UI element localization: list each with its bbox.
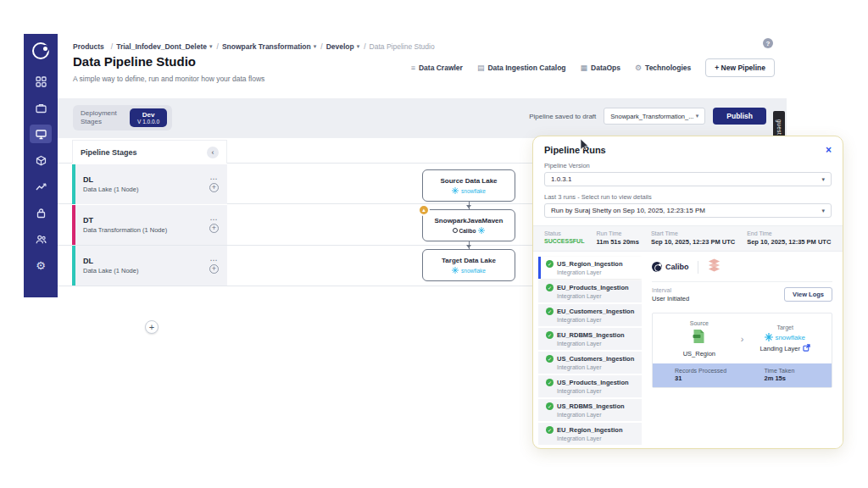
breadcrumb-item[interactable]: Trial_Infodev_Dont_Delete ▾ / <box>116 42 219 51</box>
breadcrumb-separator: / <box>320 42 322 51</box>
users-icon <box>36 234 47 245</box>
time-taken-metric: Time Taken 2m 15s <box>743 368 832 382</box>
run-select[interactable]: Run by Suraj Shetty on Sep 10, 2025, 12:… <box>544 203 832 218</box>
status-column: Start Time Sep 10, 2025, 12:23 PM UTC <box>651 230 735 246</box>
run-list-item[interactable]: ✓ US_Customers_Ingestion Integration Lay… <box>538 352 642 374</box>
header-action-button[interactable]: ▤ Data Ingestion Catalog <box>477 64 566 72</box>
breadcrumb-item[interactable]: Develop ▾ / <box>326 42 366 51</box>
caret-down-icon: ▾ <box>821 176 825 183</box>
package-icon <box>36 155 47 166</box>
action-icon: ▤ <box>477 64 485 72</box>
sidebar-item-apps-grid[interactable] <box>30 72 52 91</box>
add-node-icon[interactable]: + <box>209 224 219 233</box>
header-action-button[interactable]: ⚙ Technologies <box>635 64 691 72</box>
trend-chart-icon <box>36 181 47 192</box>
header-action-button[interactable]: ≡ Data Crawler <box>411 64 463 72</box>
sidebar-item-analytics[interactable] <box>30 177 52 196</box>
run-list-item[interactable]: ✓ EU_Products_Ingestion Integration Laye… <box>538 280 642 302</box>
lock-icon <box>36 208 47 219</box>
sidebar-item-briefcase[interactable] <box>30 98 52 117</box>
target-column: Target snowflake Landing Layer <box>743 324 826 353</box>
stage-name: Data Lake (1 Node) <box>83 186 209 193</box>
header-actions: ≡ Data Crawler ▤ Data Ingestion Catalog … <box>411 58 775 77</box>
new-pipeline-button[interactable]: + New Pipeline <box>705 58 775 77</box>
stage-menu-icon[interactable]: ⋯ <box>210 258 219 263</box>
action-icon: ▦ <box>581 64 588 72</box>
stage-menu-icon[interactable]: ⋯ <box>210 176 219 181</box>
success-check-icon: ✓ <box>546 355 554 363</box>
calibo-mark-icon <box>652 262 662 272</box>
flow-arrow <box>469 202 470 209</box>
draft-status-label: Pipeline saved to draft <box>529 113 596 120</box>
run-list-item[interactable]: ✓ EU_Customers_Ingestion Integration Lay… <box>538 304 642 326</box>
action-icon: ≡ <box>411 64 415 72</box>
publish-button[interactable]: Publish <box>713 108 766 125</box>
success-check-icon: ✓ <box>546 402 554 410</box>
run-list-item[interactable]: ✓ US_Products_Ingestion Integration Laye… <box>538 375 642 397</box>
run-list-item[interactable]: ✓ US_RDBMS_Ingestion Integration Layer <box>538 399 642 421</box>
calibo-mini-icon <box>453 228 458 233</box>
run-list-item[interactable]: ✓ US_Region_Ingestion Integration Layer <box>538 257 642 279</box>
caret-down-icon: ▾ <box>314 43 317 50</box>
stage-menu-icon[interactable]: ⋯ <box>210 217 219 222</box>
deployment-stages-label: Deployment Stages <box>81 109 123 126</box>
run-list-item[interactable]: ✓ EU_Region_Ingestion Integration Layer <box>538 423 642 445</box>
view-logs-button[interactable]: View Logs <box>784 287 832 302</box>
stage-name: Data Lake (1 Node) <box>83 267 209 274</box>
external-link-icon[interactable] <box>803 344 810 353</box>
source-column: Source US_Region <box>658 320 741 358</box>
flow-arrow <box>469 241 470 249</box>
pipeline-runs-panel: Pipeline Runs × Pipeline Version 1.0.3.1… <box>532 136 843 449</box>
sidebar-item-pipeline-studio[interactable] <box>30 125 52 143</box>
snowflake-icon <box>478 227 485 234</box>
help-icon[interactable]: ? <box>763 38 773 48</box>
breadcrumb-separator: / <box>111 42 113 51</box>
page-subtitle: A simple way to define, run and monitor … <box>73 75 264 83</box>
sidebar-item-settings[interactable]: ⚙ <box>30 256 52 274</box>
pipeline-stages-panel: Pipeline Stages ‹ DL Data Lake (1 Node) … <box>72 140 227 286</box>
publish-toolbar: Pipeline saved to draft Snowpark_Transfo… <box>529 108 766 125</box>
dbt-stack-icon <box>707 258 721 275</box>
target-data-lake-node[interactable]: Target Data Lake snowflake <box>422 249 515 281</box>
success-check-icon: ✓ <box>546 379 554 386</box>
caret-down-icon: ▾ <box>821 208 825 214</box>
stage-row[interactable]: DL Data Lake (1 Node) ⋯ + <box>72 164 227 204</box>
run-list-item[interactable]: ✓ EU_RDBMS_Ingestion Integration Layer <box>538 328 642 350</box>
caret-down-icon: ▾ <box>357 43 360 50</box>
source-data-lake-node[interactable]: Source Data Lake snowflake <box>422 169 515 202</box>
stage-row[interactable]: DT Data Transformation (1 Node) ⋯ + <box>72 205 227 245</box>
records-processed-metric: Records Processed 31 <box>653 368 743 382</box>
dev-stage-badge[interactable]: Dev V 1.0.0.0 <box>130 108 167 127</box>
add-node-icon[interactable]: + <box>209 264 219 274</box>
sidebar-item-deployments[interactable] <box>30 151 52 169</box>
briefcase-icon <box>36 103 47 114</box>
caret-down-icon: ▾ <box>209 43 213 50</box>
header-action-button[interactable]: ▦ DataOps <box>581 64 620 72</box>
status-column: Run Time 11m 51s 20ms <box>596 230 638 246</box>
close-icon[interactable]: × <box>826 145 832 155</box>
add-stage-button[interactable]: + <box>145 320 159 334</box>
success-check-icon: ✓ <box>546 260 554 268</box>
success-check-icon: ✓ <box>546 308 554 315</box>
sidebar-item-users[interactable] <box>30 230 52 248</box>
snowpark-java-maven-node[interactable]: ▲ SnowparkJavaMaven Calibo <box>422 209 515 241</box>
draft-pipeline-select[interactable]: Snowpark_Transformation_... ▾ <box>604 108 705 125</box>
divider <box>652 281 832 282</box>
breadcrumb-separator: / <box>217 42 219 51</box>
breadcrumb-item[interactable]: Snowpark Transformation ▾ / <box>222 42 323 51</box>
breadcrumb-item[interactable]: Products / <box>73 42 113 51</box>
pipeline-version-select[interactable]: 1.0.3.1 ▾ <box>544 172 832 186</box>
calibo-logo-icon[interactable] <box>32 42 49 59</box>
snowflake-icon <box>452 267 459 274</box>
add-node-icon[interactable]: + <box>209 183 219 192</box>
pipeline-version-label: Pipeline Version <box>544 162 832 169</box>
stage-color-bar <box>72 164 75 204</box>
stage-row[interactable]: DL Data Lake (1 Node) ⋯ + <box>72 246 227 286</box>
sidebar-item-governance[interactable] <box>30 203 52 222</box>
run-status-strip: Status SUCCESSFUL Run Time 11m 51s 20ms … <box>533 225 843 252</box>
collapse-panel-button[interactable]: ‹ <box>207 147 219 158</box>
caret-down-icon: ▾ <box>696 113 699 119</box>
run-metrics-strip: Records Processed 31 Time Taken 2m 15s <box>653 363 832 387</box>
breadcrumb-item[interactable]: Data Pipeline Studio <box>370 42 442 51</box>
update-available-badge-icon: ▲ <box>418 204 430 216</box>
